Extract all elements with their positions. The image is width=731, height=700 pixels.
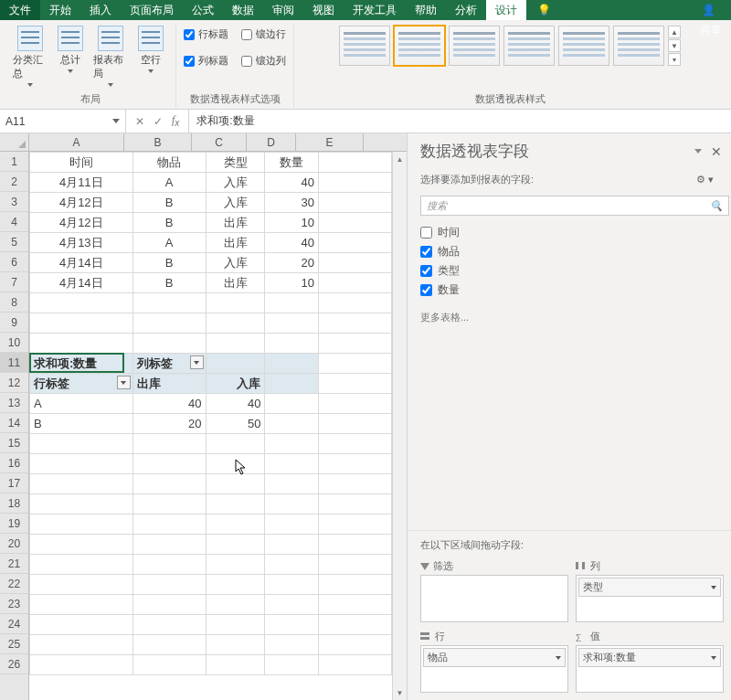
cell[interactable] xyxy=(206,595,265,615)
cell[interactable] xyxy=(318,273,391,293)
field-type[interactable]: 类型 xyxy=(420,261,718,281)
cell[interactable] xyxy=(206,474,265,494)
pivot-value[interactable]: 50 xyxy=(206,414,265,434)
cell[interactable] xyxy=(265,374,318,394)
cell[interactable]: 4月14日 xyxy=(30,273,133,293)
row-header[interactable]: 21 xyxy=(0,554,28,574)
row-header[interactable]: 7 xyxy=(0,272,28,292)
col-header-A[interactable]: A xyxy=(29,133,124,151)
cell[interactable] xyxy=(30,514,133,535)
cell[interactable] xyxy=(265,334,318,354)
tab-tellme[interactable]: 💡告诉我 xyxy=(526,0,577,20)
cell[interactable]: B xyxy=(132,273,206,293)
zone-columns[interactable]: 列 类型 xyxy=(576,557,724,622)
cell[interactable]: 30 xyxy=(265,193,318,213)
cell[interactable] xyxy=(206,535,265,555)
row-header[interactable]: 8 xyxy=(0,292,28,313)
pane-menu-button[interactable] xyxy=(694,149,702,154)
cell[interactable] xyxy=(206,293,265,313)
cell[interactable] xyxy=(265,354,318,374)
row-header[interactable]: 25 xyxy=(0,634,28,654)
cell[interactable] xyxy=(206,454,265,474)
token-type[interactable]: 类型 xyxy=(578,578,721,597)
style-thumb[interactable] xyxy=(339,26,390,66)
cell[interactable] xyxy=(206,555,265,575)
share-button[interactable]: 👤共享 xyxy=(691,0,731,20)
row-header[interactable]: 26 xyxy=(0,654,28,674)
vertical-scrollbar[interactable]: ▲ ▼ xyxy=(392,152,407,700)
tab-design[interactable]: 设计 xyxy=(486,0,526,20)
blank-rows-button[interactable]: 空行 xyxy=(133,26,168,73)
cell[interactable]: 10 xyxy=(265,213,318,233)
cell[interactable] xyxy=(265,394,318,414)
row-header[interactable]: 9 xyxy=(0,313,28,333)
pivot-data-field-cell[interactable]: 求和项:数量 xyxy=(30,354,133,374)
style-thumb[interactable] xyxy=(558,26,609,66)
cell[interactable] xyxy=(318,293,391,313)
cell[interactable] xyxy=(30,434,133,454)
cell[interactable] xyxy=(30,555,133,575)
style-thumb[interactable] xyxy=(449,26,500,66)
banded-rows-checkbox[interactable]: 镶边行 xyxy=(241,26,286,43)
cell[interactable]: 出库 xyxy=(206,233,265,253)
tab-help[interactable]: 帮助 xyxy=(406,0,446,20)
cell[interactable]: B xyxy=(132,253,206,273)
row-header[interactable]: 12 xyxy=(0,373,28,393)
cell[interactable] xyxy=(265,293,318,313)
row-header[interactable]: 10 xyxy=(0,333,28,353)
cancel-formula-icon[interactable]: ✕ xyxy=(135,115,144,128)
cell[interactable] xyxy=(318,153,391,173)
cell[interactable] xyxy=(318,454,391,474)
pivot-style-gallery[interactable]: ▲ ▼ ▾ xyxy=(339,26,681,66)
more-tables-link[interactable]: 更多表格... xyxy=(408,302,731,334)
cell[interactable] xyxy=(318,595,391,615)
tab-file[interactable]: 文件 xyxy=(0,0,40,20)
row-header[interactable]: 13 xyxy=(0,393,28,413)
row-header[interactable]: 23 xyxy=(0,594,28,614)
cell[interactable] xyxy=(318,615,391,635)
row-header[interactable]: 20 xyxy=(0,534,28,554)
cell[interactable]: 4月12日 xyxy=(30,193,133,213)
cell[interactable] xyxy=(206,575,265,595)
tab-review[interactable]: 审阅 xyxy=(263,0,303,20)
cell[interactable] xyxy=(318,313,391,334)
cell[interactable]: 入库 xyxy=(206,253,265,273)
cell[interactable] xyxy=(318,555,391,575)
cell[interactable] xyxy=(318,334,391,354)
settings-button[interactable]: ⚙ ▾ xyxy=(692,171,718,188)
select-all-corner[interactable] xyxy=(0,133,29,151)
cell[interactable] xyxy=(30,535,133,555)
fx-icon[interactable]: fx xyxy=(172,113,179,128)
tab-analyze[interactable]: 分析 xyxy=(446,0,486,20)
cell[interactable]: 4月11日 xyxy=(30,173,133,193)
cell[interactable] xyxy=(318,354,391,374)
tab-home[interactable]: 开始 xyxy=(40,0,80,20)
cell[interactable]: 入库 xyxy=(206,193,265,213)
gallery-up-button[interactable]: ▲ xyxy=(668,26,681,38)
cell[interactable]: 4月12日 xyxy=(30,213,133,233)
row-header[interactable]: 16 xyxy=(0,453,28,473)
cell[interactable]: 出库 xyxy=(206,273,265,293)
subtotals-button[interactable]: 分类汇总 xyxy=(13,26,48,87)
cell[interactable] xyxy=(265,494,318,514)
cell[interactable] xyxy=(318,434,391,454)
style-thumb[interactable] xyxy=(613,26,664,66)
cell[interactable] xyxy=(318,173,391,193)
filter-dropdown-button[interactable] xyxy=(190,355,204,369)
row-header[interactable]: 5 xyxy=(0,232,28,252)
cell[interactable]: B xyxy=(132,213,206,233)
cell[interactable]: 20 xyxy=(265,253,318,273)
field-time[interactable]: 时间 xyxy=(420,223,718,242)
tab-developer[interactable]: 开发工具 xyxy=(344,0,406,20)
tab-view[interactable]: 视图 xyxy=(303,0,344,20)
cell[interactable] xyxy=(206,494,265,514)
row-header[interactable]: 6 xyxy=(0,252,28,272)
cell[interactable] xyxy=(206,635,265,655)
row-header[interactable]: 24 xyxy=(0,614,28,634)
row-header[interactable]: 22 xyxy=(0,574,28,594)
cell[interactable] xyxy=(318,514,391,535)
cell[interactable] xyxy=(318,374,391,394)
row-header[interactable]: 4 xyxy=(0,212,28,232)
cell[interactable] xyxy=(30,293,133,313)
cell[interactable] xyxy=(132,655,206,675)
